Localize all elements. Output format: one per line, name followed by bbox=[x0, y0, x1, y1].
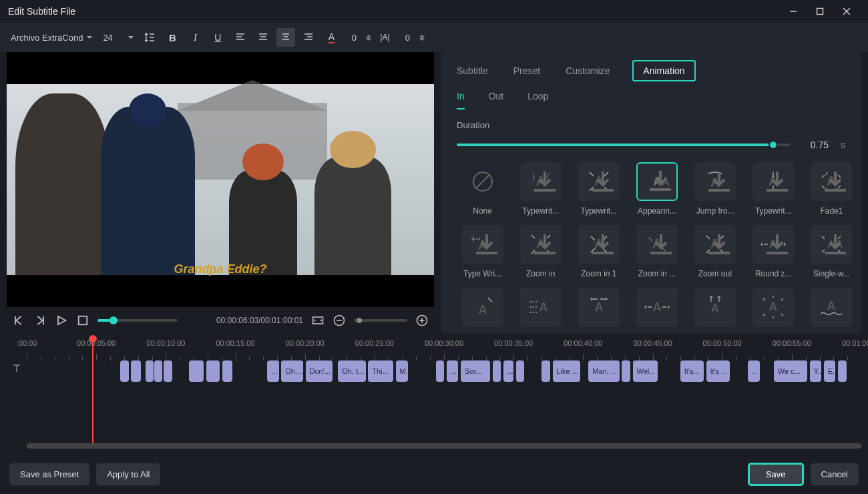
subtitle-clip[interactable] bbox=[838, 360, 847, 382]
stop-button[interactable] bbox=[76, 314, 89, 327]
anim-zoom-out[interactable]: AZoom out bbox=[690, 225, 741, 278]
subtitle-clip[interactable]: We c... bbox=[774, 360, 807, 382]
zoom-out-button[interactable] bbox=[333, 314, 346, 327]
subtitle-clip[interactable]: Don'... bbox=[306, 360, 333, 382]
duration-slider[interactable] bbox=[457, 144, 790, 146]
anim-item-18[interactable]: A bbox=[690, 288, 741, 326]
video-preview: Grandpa Eddie? bbox=[7, 52, 434, 307]
subtitle-clip[interactable] bbox=[493, 360, 501, 382]
text-track-icon bbox=[7, 360, 27, 443]
subtab-out[interactable]: Out bbox=[489, 87, 504, 109]
subtitle-clip[interactable] bbox=[622, 360, 630, 382]
subtitle-clip[interactable]: Thi... bbox=[368, 360, 393, 382]
align-left-button[interactable] bbox=[231, 28, 250, 47]
subtab-loop[interactable]: Loop bbox=[527, 87, 548, 109]
close-button[interactable] bbox=[833, 2, 860, 21]
play-button[interactable] bbox=[55, 314, 68, 327]
anim-typewrit-[interactable]: ATypewrit... bbox=[515, 162, 566, 216]
font-dropdown[interactable]: Archivo ExtraCond bbox=[7, 28, 95, 47]
font-color-button[interactable]: A bbox=[322, 28, 341, 47]
subtitle-clip[interactable] bbox=[189, 360, 204, 382]
timeline-ruler[interactable]: :00:0000:00:05:0000:00:10:0000:00:15:000… bbox=[27, 339, 861, 360]
subtitle-clip[interactable] bbox=[164, 360, 172, 382]
italic-button[interactable]: I bbox=[186, 28, 204, 47]
apply-all-button[interactable]: Apply to All bbox=[96, 463, 160, 485]
playhead[interactable] bbox=[92, 339, 93, 449]
anim-round-z-[interactable]: ARound z... bbox=[748, 225, 799, 278]
subtitle-clip[interactable] bbox=[206, 360, 220, 382]
save-button[interactable]: Save bbox=[748, 463, 804, 486]
spacing1-input[interactable] bbox=[345, 32, 371, 43]
char-spacing-button[interactable]: |A| bbox=[375, 28, 394, 47]
subtab-in[interactable]: In bbox=[457, 87, 465, 109]
anim-none[interactable]: None bbox=[457, 162, 508, 216]
align-center-button[interactable] bbox=[254, 28, 272, 47]
subtitle-clip[interactable] bbox=[146, 360, 154, 382]
subtitle-clip[interactable]: Oh,... bbox=[281, 360, 303, 382]
subtitle-clip[interactable] bbox=[541, 360, 550, 382]
anim-item-19[interactable]: A bbox=[748, 288, 799, 326]
timeline-scrollbar[interactable] bbox=[27, 443, 861, 449]
subtitle-clip[interactable]: It's... bbox=[680, 360, 704, 382]
prev-frame-button[interactable] bbox=[12, 314, 25, 327]
subtitle-clip[interactable] bbox=[120, 360, 129, 382]
anim-item-20[interactable]: A bbox=[806, 288, 857, 326]
minimize-button[interactable] bbox=[780, 2, 807, 21]
subtitle-clip[interactable]: Sor... bbox=[461, 360, 490, 382]
anim-typewrit-[interactable]: ATypewrit... bbox=[748, 162, 799, 216]
maximize-button[interactable] bbox=[807, 2, 833, 21]
save-preset-button[interactable]: Save as Preset bbox=[9, 463, 89, 485]
subtitle-track[interactable]: ...Oh,...Don'...Oh, t...Thi...M......Sor… bbox=[27, 360, 861, 383]
anim-zoom-in-[interactable]: AZoom in ... bbox=[631, 225, 682, 278]
subtitle-clip[interactable] bbox=[131, 360, 141, 382]
align-right-button[interactable] bbox=[299, 28, 318, 47]
subtitle-clip[interactable]: Oh, t... bbox=[338, 360, 365, 382]
subtitle-clip[interactable]: Y... bbox=[810, 360, 822, 382]
tab-animation[interactable]: Animation bbox=[632, 60, 695, 81]
align-center-active-button[interactable] bbox=[276, 28, 295, 47]
subtitle-clip[interactable]: E... bbox=[824, 360, 836, 382]
footer: Save as Preset Apply to All Save Cancel bbox=[0, 454, 868, 494]
anim-single-w-[interactable]: AASingle-w... bbox=[806, 225, 857, 278]
bold-button[interactable]: B bbox=[163, 28, 182, 47]
next-frame-button[interactable] bbox=[33, 314, 47, 327]
anim-appearin-[interactable]: AAAppearin... bbox=[631, 162, 682, 216]
subtitle-clip[interactable]: ... bbox=[748, 360, 760, 382]
font-size-dropdown[interactable]: 24 bbox=[99, 28, 136, 47]
zoom-slider[interactable] bbox=[354, 319, 407, 322]
subtitle-clip[interactable]: Wel... bbox=[633, 360, 658, 382]
anim-jump-fro-[interactable]: AJump fro... bbox=[690, 162, 741, 216]
subtitle-clip[interactable] bbox=[222, 360, 232, 382]
subtitle-clip[interactable]: ... bbox=[503, 360, 513, 382]
cancel-button[interactable]: Cancel bbox=[811, 463, 859, 485]
anim-zoom-in[interactable]: AZoom in bbox=[515, 225, 566, 278]
line-spacing-button[interactable] bbox=[140, 28, 159, 47]
underline-button[interactable]: U bbox=[208, 28, 227, 47]
anim-item-17[interactable]: A bbox=[631, 288, 682, 326]
aspect-button[interactable] bbox=[311, 314, 324, 327]
subtitle-clip[interactable]: M... bbox=[396, 360, 409, 382]
tab-subtitle[interactable]: Subtitle bbox=[454, 60, 491, 81]
duration-value: 0.75 bbox=[802, 140, 829, 150]
subtitle-clip[interactable]: ... bbox=[447, 360, 459, 382]
subtitle-clip[interactable]: ... bbox=[267, 360, 279, 382]
volume-slider[interactable] bbox=[97, 319, 178, 322]
svg-text:A: A bbox=[478, 303, 487, 316]
subtitle-clip[interactable] bbox=[516, 360, 525, 382]
subtitle-clip[interactable]: Like ... bbox=[553, 360, 580, 382]
tab-customize[interactable]: Customize bbox=[563, 60, 612, 81]
anim-item-14[interactable]: A bbox=[457, 288, 508, 326]
anim-item-16[interactable]: A bbox=[573, 288, 624, 326]
tab-preset[interactable]: Preset bbox=[511, 60, 543, 81]
spacing2-input[interactable] bbox=[398, 32, 425, 43]
subtitle-clip[interactable]: It's ... bbox=[706, 360, 730, 382]
anim-item-15[interactable]: A bbox=[515, 288, 566, 326]
subtitle-clip[interactable] bbox=[436, 360, 445, 382]
anim-zoom-in-1[interactable]: AZoom in 1 bbox=[573, 225, 624, 278]
anim-type-wri-[interactable]: AType Wri... bbox=[457, 225, 508, 278]
anim-fade1[interactable]: AFade1 bbox=[806, 162, 857, 216]
subtitle-clip[interactable]: Man, ... bbox=[588, 360, 619, 382]
zoom-in-button[interactable] bbox=[415, 314, 429, 327]
subtitle-clip[interactable] bbox=[154, 360, 162, 382]
anim-typewrit-[interactable]: ATypewrit... bbox=[573, 162, 624, 216]
